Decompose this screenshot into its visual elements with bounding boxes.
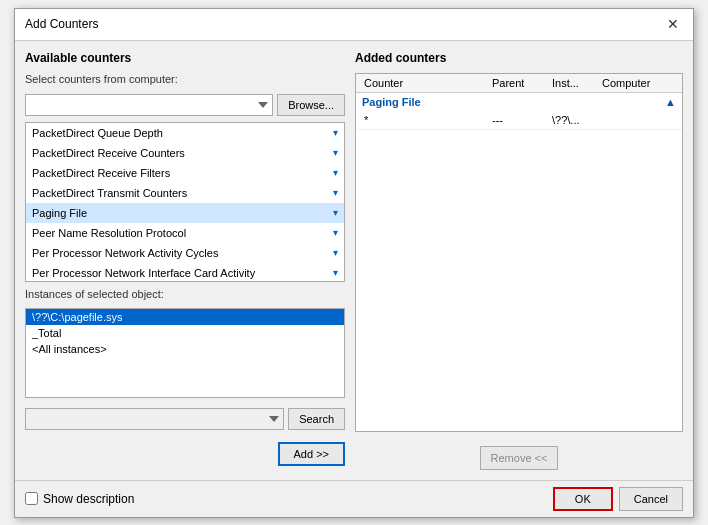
computer-row: Browse... (25, 94, 345, 116)
search-button[interactable]: Search (288, 408, 345, 430)
counters-list[interactable]: PacketDirect Queue Depth▾PacketDirect Re… (25, 122, 345, 282)
counter-expand-icon: ▾ (333, 147, 338, 158)
table-row: * --- \??\... (356, 111, 682, 130)
title-bar: Add Counters ✕ (15, 9, 693, 41)
counter-expand-icon: ▾ (333, 127, 338, 138)
instances-label: Instances of selected object: (25, 288, 345, 300)
col-counter: Counter (360, 76, 488, 90)
instance-item[interactable]: \??\C:\pagefile.sys (26, 309, 344, 325)
group-header: Paging File ▲ (356, 93, 682, 111)
group-scroll-icon: ▲ (665, 96, 676, 108)
counter-expand-icon: ▾ (333, 167, 338, 178)
counter-item-text: PacketDirect Queue Depth (32, 127, 163, 139)
footer-left: Show description (25, 492, 134, 506)
counter-item[interactable]: PacketDirect Queue Depth▾ (26, 123, 344, 143)
counter-item[interactable]: Peer Name Resolution Protocol▾ (26, 223, 344, 243)
counter-item-text: PacketDirect Receive Counters (32, 147, 185, 159)
counter-item[interactable]: PacketDirect Receive Counters▾ (26, 143, 344, 163)
counter-item-text: PacketDirect Transmit Counters (32, 187, 187, 199)
dialog-title: Add Counters (25, 17, 98, 31)
counter-item-text: Per Processor Network Activity Cycles (32, 247, 218, 259)
instance-item[interactable]: _Total (26, 325, 344, 341)
counter-expand-icon: ▾ (333, 267, 338, 278)
show-description-label: Show description (43, 492, 134, 506)
cancel-button[interactable]: Cancel (619, 487, 683, 511)
ok-button[interactable]: OK (553, 487, 613, 511)
counter-expand-icon: ▾ (333, 187, 338, 198)
col-parent: Parent (488, 76, 548, 90)
dialog-footer: Show description OK Cancel (15, 480, 693, 517)
row-parent: --- (488, 113, 548, 127)
table-header: Counter Parent Inst... Computer (356, 74, 682, 93)
search-row: Search (25, 408, 345, 430)
counter-item[interactable]: Paging File▾ (26, 203, 344, 223)
counter-expand-icon: ▾ (333, 227, 338, 238)
counter-item[interactable]: PacketDirect Receive Filters▾ (26, 163, 344, 183)
add-counters-dialog: Add Counters ✕ Available counters Select… (14, 8, 694, 518)
remove-button[interactable]: Remove << (480, 446, 559, 470)
row-counter: * (360, 113, 488, 127)
counter-expand-icon: ▾ (333, 247, 338, 258)
added-rows: * --- \??\... (356, 111, 682, 130)
footer-right: OK Cancel (553, 487, 683, 511)
counter-item-text: Per Processor Network Interface Card Act… (32, 267, 255, 279)
available-counters-label: Available counters (25, 51, 345, 65)
added-counters-label: Added counters (355, 51, 683, 65)
instance-item[interactable]: <All instances> (26, 341, 344, 357)
left-panel: Available counters Select counters from … (25, 51, 345, 470)
counter-expand-icon: ▾ (333, 207, 338, 218)
instances-list[interactable]: \??\C:\pagefile.sys_Total<All instances> (25, 308, 345, 398)
right-panel: Added counters Counter Parent Inst... Co… (355, 51, 683, 470)
search-input[interactable] (25, 408, 284, 430)
counter-item-text: PacketDirect Receive Filters (32, 167, 170, 179)
col-instance: Inst... (548, 76, 598, 90)
select-from-label: Select counters from computer: (25, 73, 345, 85)
counter-item[interactable]: Per Processor Network Interface Card Act… (26, 263, 344, 282)
row-instance: \??\... (548, 113, 598, 127)
show-description-checkbox[interactable] (25, 492, 38, 505)
group-name: Paging File (362, 96, 421, 108)
dialog-body: Available counters Select counters from … (15, 41, 693, 480)
close-button[interactable]: ✕ (663, 14, 683, 34)
browse-button[interactable]: Browse... (277, 94, 345, 116)
col-computer: Computer (598, 76, 678, 90)
add-button[interactable]: Add >> (278, 442, 345, 466)
row-computer (598, 113, 678, 127)
counter-item-text: Peer Name Resolution Protocol (32, 227, 186, 239)
counter-item[interactable]: Per Processor Network Activity Cycles▾ (26, 243, 344, 263)
computer-select[interactable] (25, 94, 273, 116)
counter-item[interactable]: PacketDirect Transmit Counters▾ (26, 183, 344, 203)
counter-item-text: Paging File (32, 207, 87, 219)
added-table: Counter Parent Inst... Computer Paging F… (355, 73, 683, 432)
